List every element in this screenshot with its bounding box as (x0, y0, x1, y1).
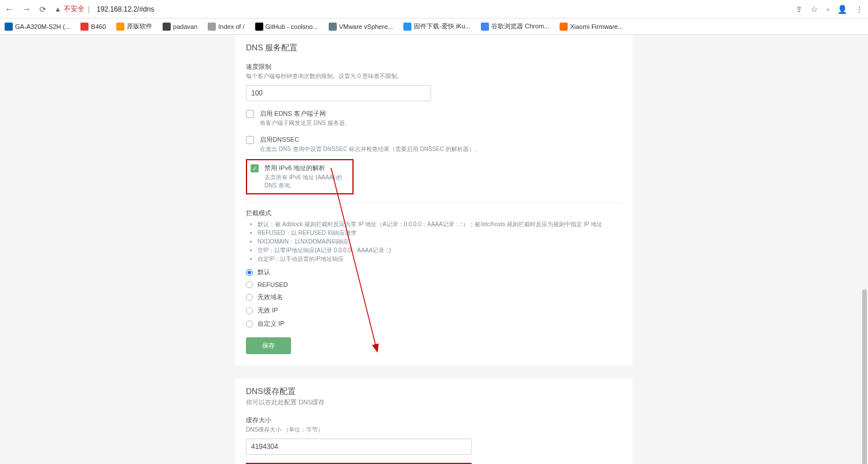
dns-service-card: DNS 服务配置 速度限制 每个客户端每秒钟查询次数的限制。设置为 0 意味着不… (236, 35, 632, 366)
profile-icon[interactable]: 👤 (837, 5, 847, 14)
menu-icon[interactable]: ⋮ (855, 5, 863, 14)
section-title: DNS 服务配置 (246, 43, 622, 53)
dnssec-label: 启用DNSSEC (260, 135, 480, 144)
star-icon[interactable]: ☆ (811, 5, 818, 14)
cache-size-input[interactable] (246, 439, 472, 455)
block-mode-refused-radio[interactable] (246, 281, 253, 288)
bookmark-item[interactable]: VMware vSphere... (329, 23, 393, 31)
bookmark-item[interactable]: 固件下载-爱快 iKu... (403, 22, 470, 31)
block-mode-bullets: 默认：被 Adblock 规则拦截时反应为零 IP 地址（A记录：0.0.0.0… (246, 220, 622, 263)
scrollbar[interactable] (861, 69, 868, 464)
cache-subtitle: 你可以在此处配置 DNS缓存 (246, 398, 622, 407)
dnssec-desc: 在发出 DNS 查询中设置 DNSSEC 标志并检查结果（需要启用 DNSSEC… (260, 145, 480, 153)
rate-limit-input[interactable] (246, 85, 431, 101)
extension-icon[interactable]: ▫ (826, 5, 829, 14)
dns-cache-card: DNS缓存配置 你可以在此处配置 DNS缓存 缓存大小 DNS缓存大小 （单位：… (236, 378, 632, 464)
bookmark-item[interactable]: 原版软件 (116, 22, 152, 31)
ipv6-desc: 丢弃所有 IPv6 地址 (AAAA) 的 DNS 查询。 (264, 174, 349, 190)
browser-toolbar: ← → ⟳ ▲ 不安全 | 192.168.12.2/#dns ⇪ ☆ ▫ 👤 … (0, 0, 868, 19)
back-icon[interactable]: ← (5, 4, 14, 14)
cache-size-label: 缓存大小 (246, 416, 622, 425)
edns-label: 启用 EDNS 客户端子网 (260, 109, 351, 118)
share-icon[interactable]: ⇪ (796, 5, 803, 14)
security-warning: 不安全 (64, 4, 84, 14)
bookmark-item[interactable]: GitHub - coolsno... (255, 23, 318, 31)
cache-title: DNS缓存配置 (246, 386, 622, 397)
dnssec-checkbox[interactable] (246, 136, 254, 144)
edns-desc: 将客户端子网发送至 DNS 服务器。 (260, 119, 351, 127)
rate-limit-label: 速度限制 (246, 62, 622, 71)
bookmark-item[interactable]: Index of / (208, 23, 244, 31)
bookmarks-bar: GA-A320M-S2H (... B460 原版软件 padavan Inde… (0, 19, 868, 35)
ipv6-label: 禁用 IPv6 地址的解析 (264, 164, 349, 172)
block-mode-label: 拦截模式 (246, 202, 622, 218)
block-mode-nxdomain-radio[interactable] (246, 294, 253, 301)
bookmark-item[interactable]: Xiaomi Firmware... (560, 23, 623, 31)
reload-icon[interactable]: ⟳ (39, 5, 46, 14)
forward-icon[interactable]: → (22, 4, 31, 14)
bookmark-item[interactable]: GA-A320M-S2H (... (5, 23, 70, 31)
dns-save-button[interactable]: 保存 (246, 337, 291, 354)
cache-size-desc: DNS缓存大小 （单位：字节） (246, 426, 622, 434)
ipv6-disable-checkbox[interactable]: ✓ (251, 164, 259, 172)
bookmark-item[interactable]: 谷歌浏览器 Chrom... (481, 22, 549, 31)
address-bar[interactable]: ▲ 不安全 | 192.168.12.2/#dns (54, 4, 154, 14)
edns-checkbox[interactable] (246, 110, 254, 118)
block-mode-customip-radio[interactable] (246, 321, 253, 327)
block-mode-default-radio[interactable] (246, 269, 253, 276)
bookmark-item[interactable]: padavan (163, 23, 197, 31)
block-mode-nullip-radio[interactable] (246, 307, 253, 314)
bookmark-item[interactable]: B460 (80, 23, 106, 31)
url-text: 192.168.12.2/#dns (97, 5, 154, 13)
rate-limit-desc: 每个客户端每秒钟查询次数的限制。设置为 0 意味着不限制。 (246, 72, 622, 80)
